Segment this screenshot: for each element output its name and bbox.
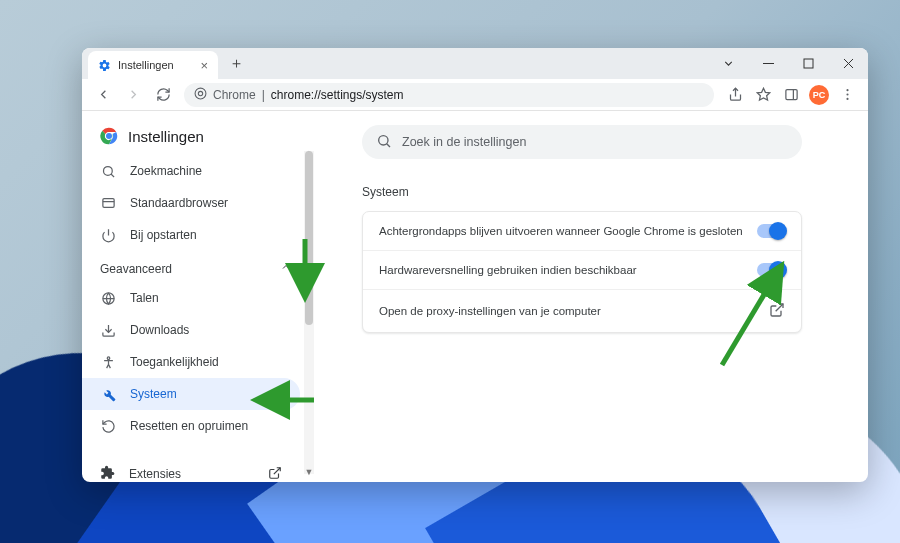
bookmark-icon[interactable] xyxy=(750,82,776,108)
search-settings-input[interactable]: Zoek in de instellingen xyxy=(362,125,802,159)
svg-line-32 xyxy=(387,143,390,146)
svg-point-4 xyxy=(195,88,206,99)
window-maximize-button[interactable] xyxy=(788,48,828,79)
window-close-button[interactable] xyxy=(828,48,868,79)
svg-rect-0 xyxy=(763,63,774,64)
sidepanel-icon[interactable] xyxy=(778,82,804,108)
row-label: Open de proxy-instellingen van je comput… xyxy=(379,305,601,317)
sidebar-advanced-header[interactable]: Geavanceerd xyxy=(82,251,310,282)
svg-point-31 xyxy=(379,135,388,144)
svg-rect-8 xyxy=(785,90,796,100)
toggle-background-apps[interactable] xyxy=(757,224,785,238)
new-tab-button[interactable]: ＋ xyxy=(223,51,249,77)
settings-title: Instellingen xyxy=(82,123,314,155)
window-minimize-button[interactable] xyxy=(748,48,788,79)
nav-reload-button[interactable] xyxy=(150,82,176,108)
scroll-down-icon[interactable]: ▼ xyxy=(304,467,314,477)
globe-icon xyxy=(100,290,116,306)
sidebar-item-search-engine[interactable]: Zoekmachine xyxy=(82,155,300,187)
sidebar-item-languages[interactable]: Talen xyxy=(82,282,300,314)
section-title-system: Systeem xyxy=(362,185,844,199)
share-icon[interactable] xyxy=(722,82,748,108)
sidebar-scrollbar[interactable]: ▲ ▼ xyxy=(304,151,314,474)
omnibox[interactable]: Chrome | chrome://settings/system xyxy=(184,83,714,107)
svg-rect-18 xyxy=(102,198,113,207)
extensions-label: Extensies xyxy=(129,467,181,481)
system-settings-card: Achtergrondapps blijven uitvoeren wannee… xyxy=(362,211,802,333)
extension-icon xyxy=(100,465,115,482)
svg-point-12 xyxy=(846,98,848,100)
row-hardware-acceleration: Hardwareversnelling gebruiken indien bes… xyxy=(363,251,801,290)
sidebar-item-label: Toegankelijkheid xyxy=(130,355,219,369)
browser-window: Instellingen × ＋ Chrome | chrome://setti… xyxy=(82,48,868,482)
svg-line-17 xyxy=(111,174,114,177)
search-placeholder: Zoek in de instellingen xyxy=(402,135,526,149)
sidebar-item-label: Talen xyxy=(130,291,159,305)
sidebar-item-label: Zoekmachine xyxy=(130,164,202,178)
search-icon xyxy=(100,163,116,179)
sidebar-item-label: Systeem xyxy=(130,387,177,401)
omnibox-host: Chrome xyxy=(213,88,256,102)
titlebar: Instellingen × ＋ xyxy=(82,48,868,79)
nav-back-button[interactable] xyxy=(90,82,116,108)
svg-rect-1 xyxy=(804,59,813,68)
sidebar-item-label: Bij opstarten xyxy=(130,228,197,242)
svg-line-25 xyxy=(274,467,280,473)
profile-avatar[interactable]: PC xyxy=(806,82,832,108)
nav-forward-button[interactable] xyxy=(120,82,146,108)
row-proxy-settings[interactable]: Open de proxy-instellingen van je comput… xyxy=(363,290,801,332)
accessibility-icon xyxy=(100,354,116,370)
tab-close-icon[interactable]: × xyxy=(200,58,208,73)
svg-point-24 xyxy=(107,356,110,359)
svg-line-33 xyxy=(776,304,783,311)
power-icon xyxy=(100,227,116,243)
settings-main-panel: Zoek in de instellingen Systeem Achtergr… xyxy=(314,111,868,482)
svg-point-5 xyxy=(198,91,202,95)
sidebar-item-label: Standaardbrowser xyxy=(130,196,228,210)
open-external-icon xyxy=(769,302,785,320)
svg-point-10 xyxy=(846,89,848,91)
chevron-up-icon xyxy=(280,261,292,276)
chrome-scheme-icon xyxy=(194,87,207,103)
open-external-icon xyxy=(268,466,282,483)
sidebar-item-extensions[interactable]: Extensies xyxy=(82,456,300,482)
chrome-logo-icon xyxy=(100,127,118,145)
svg-point-16 xyxy=(103,166,112,175)
window-more-icon[interactable] xyxy=(708,48,748,79)
menu-icon[interactable] xyxy=(834,82,860,108)
row-label: Hardwareversnelling gebruiken indien bes… xyxy=(379,264,637,276)
row-label: Achtergrondapps blijven uitvoeren wannee… xyxy=(379,225,743,237)
address-bar: Chrome | chrome://settings/system PC xyxy=(82,79,868,111)
settings-title-text: Instellingen xyxy=(128,128,204,145)
toggle-knob xyxy=(769,261,787,279)
advanced-label: Geavanceerd xyxy=(100,262,172,276)
row-background-apps: Achtergrondapps blijven uitvoeren wannee… xyxy=(363,212,801,251)
omnibox-url: chrome://settings/system xyxy=(271,88,404,102)
sidebar-item-label: Resetten en opruimen xyxy=(130,419,248,433)
sidebar-item-reset[interactable]: Resetten en opruimen xyxy=(82,410,300,442)
download-icon xyxy=(100,322,116,338)
settings-nav[interactable]: Zoekmachine Standaardbrowser Bij opstart… xyxy=(82,155,314,482)
sidebar-item-label: Downloads xyxy=(130,323,189,337)
svg-point-11 xyxy=(846,93,848,95)
settings-sidebar: Instellingen Zoekmachine Standaardbrowse… xyxy=(82,111,314,482)
sidebar-item-on-startup[interactable]: Bij opstarten xyxy=(82,219,300,251)
svg-point-15 xyxy=(106,133,112,139)
toggle-knob xyxy=(769,222,787,240)
tab-title: Instellingen xyxy=(118,59,174,71)
wrench-icon xyxy=(100,386,116,402)
browser-tab-settings[interactable]: Instellingen × xyxy=(88,51,218,79)
browser-icon xyxy=(100,195,116,211)
window-controls xyxy=(708,48,868,79)
svg-marker-7 xyxy=(757,88,770,100)
sidebar-item-default-browser[interactable]: Standaardbrowser xyxy=(82,187,300,219)
gear-icon xyxy=(98,59,111,72)
toggle-hardware-acceleration[interactable] xyxy=(757,263,785,277)
sidebar-item-downloads[interactable]: Downloads xyxy=(82,314,300,346)
sidebar-item-accessibility[interactable]: Toegankelijkheid xyxy=(82,346,300,378)
page-content: Instellingen Zoekmachine Standaardbrowse… xyxy=(82,111,868,482)
scrollbar-thumb[interactable] xyxy=(305,151,313,325)
sidebar-item-system[interactable]: Systeem xyxy=(82,378,300,410)
reset-icon xyxy=(100,418,116,434)
search-icon xyxy=(376,133,392,152)
